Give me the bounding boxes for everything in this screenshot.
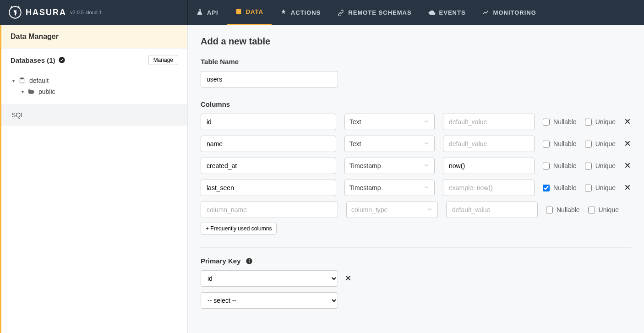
nullable-checkbox-label[interactable]: Nullable: [546, 206, 580, 213]
nullable-checkbox[interactable]: [543, 141, 550, 147]
delete-column-icon[interactable]: [624, 184, 631, 192]
sidebar-title: Data Manager: [1, 25, 187, 49]
nav-tab-events[interactable]: EVENTS: [420, 0, 474, 25]
chevron-down-icon: ▾: [12, 78, 15, 83]
table-name-input[interactable]: [201, 71, 338, 87]
cloud-icon: [428, 9, 436, 16]
tree-schema-item[interactable]: ▾ public: [11, 86, 178, 97]
unique-checkbox-label[interactable]: Unique: [585, 162, 616, 169]
actions-icon: [280, 9, 287, 16]
chart-icon: [482, 9, 490, 16]
nullable-checkbox[interactable]: [543, 119, 550, 126]
nullable-checkbox-label[interactable]: Nullable: [543, 162, 577, 169]
nav-tab-label: MONITORING: [493, 9, 536, 16]
column-default-input[interactable]: [443, 158, 535, 174]
db-tree: ▾ default ▾ public: [1, 71, 187, 104]
tree-db-item[interactable]: ▾ default: [11, 75, 178, 86]
primary-key-select[interactable]: -- select --: [201, 292, 338, 309]
nav-tab-label: API: [207, 9, 218, 16]
divider: [201, 247, 631, 248]
column-row: column_typeNullableUnique: [201, 202, 631, 218]
hasura-logo-icon: [8, 5, 22, 19]
column-row: TimestampNullableUnique: [201, 158, 631, 174]
unique-checkbox-label[interactable]: Unique: [585, 118, 616, 126]
brand: HASURA v2.0.5-cloud.1: [0, 0, 188, 25]
sidebar: Data Manager Databases (1) Manage ▾ defa…: [0, 25, 188, 333]
unique-checkbox[interactable]: [585, 185, 592, 191]
svg-point-2: [59, 57, 65, 63]
column-default-input[interactable]: [443, 136, 535, 152]
svg-rect-5: [249, 260, 249, 262]
tree-db-label: default: [29, 77, 49, 84]
chevron-down-icon: [423, 118, 430, 126]
nav-tab-data[interactable]: DATA: [227, 0, 272, 25]
column-name-input[interactable]: [201, 136, 336, 152]
manage-button[interactable]: Manage: [148, 55, 178, 65]
nullable-checkbox-label[interactable]: Nullable: [543, 184, 577, 191]
column-row: TextNullableUnique: [201, 114, 631, 130]
table-name-label: Table Name: [201, 58, 631, 66]
columns-label: Columns: [201, 100, 631, 108]
primary-key-row: -- select --: [201, 292, 631, 309]
nav-tab-api[interactable]: API: [188, 0, 227, 25]
brand-name: HASURA: [26, 8, 66, 17]
unique-checkbox[interactable]: [585, 141, 592, 147]
nav-tabs: API DATA ACTIONS REMOTE SCHEMAS EVENTS M…: [188, 0, 545, 25]
column-type-select[interactable]: column_type: [346, 202, 438, 218]
svg-point-3: [20, 77, 24, 79]
nav-tab-label: EVENTS: [439, 9, 466, 16]
column-default-input[interactable]: [443, 180, 535, 196]
column-type-select[interactable]: Text: [344, 114, 435, 130]
brand-version: v2.0.5-cloud.1: [70, 10, 102, 15]
column-type-select[interactable]: Timestamp: [344, 180, 435, 196]
main-content: Add a new table Table Name Columns TextN…: [188, 25, 644, 333]
sidebar-sql-link[interactable]: SQL: [1, 104, 187, 126]
column-name-input[interactable]: [201, 180, 336, 196]
database-icon: [18, 77, 26, 84]
column-name-input[interactable]: [201, 202, 338, 218]
column-name-input[interactable]: [201, 158, 336, 174]
chevron-down-icon: [423, 140, 430, 148]
top-nav: HASURA v2.0.5-cloud.1 API DATA ACTIONS R…: [0, 0, 644, 25]
column-row: TextNullableUnique: [201, 136, 631, 152]
column-type-select[interactable]: Timestamp: [344, 158, 435, 174]
nullable-checkbox-label[interactable]: Nullable: [543, 118, 577, 126]
column-row: TimestampNullableUnique: [201, 180, 631, 196]
delete-column-icon[interactable]: [624, 140, 631, 148]
unique-checkbox-label[interactable]: Unique: [585, 140, 616, 147]
link-icon: [337, 9, 344, 16]
unique-checkbox[interactable]: [585, 163, 592, 169]
nav-tab-actions[interactable]: ACTIONS: [272, 0, 329, 25]
database-icon: [235, 8, 242, 16]
nullable-checkbox[interactable]: [543, 163, 550, 169]
unique-checkbox[interactable]: [585, 119, 592, 126]
column-default-input[interactable]: [443, 114, 535, 130]
info-circle-icon: [246, 257, 253, 265]
nav-tab-remote-schemas[interactable]: REMOTE SCHEMAS: [329, 0, 420, 25]
delete-column-icon[interactable]: [624, 162, 631, 170]
column-type-select[interactable]: Text: [344, 136, 435, 152]
delete-column-icon[interactable]: [624, 118, 631, 126]
unique-checkbox-label[interactable]: Unique: [588, 206, 619, 213]
page-title: Add a new table: [201, 36, 631, 47]
primary-key-label: Primary Key: [201, 257, 631, 265]
column-name-input[interactable]: [201, 114, 336, 130]
flask-icon: [196, 9, 203, 16]
nav-tab-monitoring[interactable]: MONITORING: [474, 0, 545, 25]
column-default-input[interactable]: [446, 202, 538, 218]
chevron-down-icon: [426, 206, 433, 214]
databases-label: Databases (1): [11, 56, 65, 64]
delete-pk-icon[interactable]: [344, 274, 352, 283]
frequently-used-columns-button[interactable]: + Frequently used columns: [201, 223, 277, 235]
svg-point-6: [249, 259, 250, 260]
nullable-checkbox-label[interactable]: Nullable: [543, 140, 577, 147]
folder-open-icon: [27, 88, 35, 95]
primary-key-row: id: [201, 270, 631, 287]
unique-checkbox-label[interactable]: Unique: [585, 184, 616, 191]
unique-checkbox[interactable]: [588, 207, 595, 213]
nullable-checkbox[interactable]: [543, 185, 550, 191]
tree-schema-label: public: [38, 88, 55, 95]
nullable-checkbox[interactable]: [546, 207, 553, 213]
nav-tab-label: ACTIONS: [291, 9, 321, 16]
primary-key-select[interactable]: id: [201, 270, 338, 287]
